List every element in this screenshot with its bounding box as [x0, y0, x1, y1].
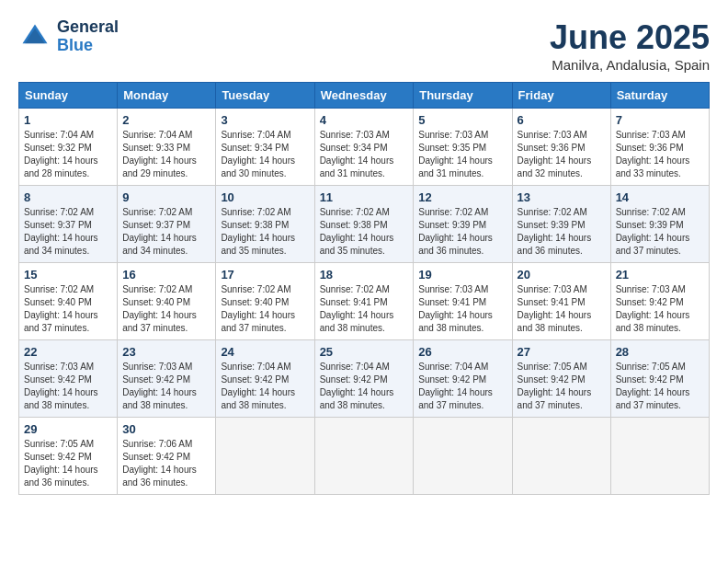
day-info: Sunrise: 7:03 AM Sunset: 9:36 PM Dayligh…: [616, 129, 704, 180]
logo-icon: [18, 20, 51, 53]
day-info: Sunrise: 7:02 AM Sunset: 9:37 PM Dayligh…: [122, 206, 210, 258]
calendar-table: SundayMondayTuesdayWednesdayThursdayFrid…: [18, 82, 710, 495]
day-number: 23: [122, 345, 210, 359]
calendar-cell: 1 Sunrise: 7:04 AM Sunset: 9:32 PM Dayli…: [19, 109, 118, 186]
calendar-week-3: 15 Sunrise: 7:02 AM Sunset: 9:40 PM Dayl…: [19, 263, 710, 340]
calendar-cell: 21 Sunrise: 7:03 AM Sunset: 9:42 PM Dayl…: [610, 263, 709, 340]
day-number: 26: [418, 345, 506, 359]
logo-text: General Blue: [57, 18, 119, 55]
day-info: Sunrise: 7:03 AM Sunset: 9:36 PM Dayligh…: [518, 129, 606, 180]
calendar-cell: 11 Sunrise: 7:02 AM Sunset: 9:38 PM Dayl…: [314, 186, 414, 263]
day-number: 19: [418, 268, 506, 282]
day-number: 27: [518, 345, 606, 359]
day-number: 11: [320, 190, 409, 204]
calendar-week-5: 29 Sunrise: 7:05 AM Sunset: 9:42 PM Dayl…: [19, 418, 710, 495]
day-number: 1: [24, 113, 112, 127]
page-header: General Blue June 2025 Manilva, Andalusi…: [18, 18, 710, 73]
day-number: 7: [616, 113, 704, 127]
calendar-cell: [414, 418, 512, 495]
calendar-cell: 2 Sunrise: 7:04 AM Sunset: 9:33 PM Dayli…: [118, 109, 216, 186]
day-number: 9: [122, 190, 210, 204]
weekday-saturday: Saturday: [610, 83, 709, 109]
weekday-sunday: Sunday: [19, 83, 118, 109]
day-info: Sunrise: 7:02 AM Sunset: 9:38 PM Dayligh…: [320, 206, 409, 258]
weekday-wednesday: Wednesday: [314, 83, 414, 109]
calendar-cell: 25 Sunrise: 7:04 AM Sunset: 9:42 PM Dayl…: [314, 340, 414, 418]
day-info: Sunrise: 7:02 AM Sunset: 9:40 PM Dayligh…: [122, 283, 210, 335]
calendar-cell: 24 Sunrise: 7:04 AM Sunset: 9:42 PM Dayl…: [216, 340, 314, 418]
location-subtitle: Manilva, Andalusia, Spain: [550, 57, 710, 73]
calendar-cell: 14 Sunrise: 7:02 AM Sunset: 9:39 PM Dayl…: [610, 186, 709, 263]
day-number: 15: [24, 268, 112, 282]
calendar-cell: 20 Sunrise: 7:03 AM Sunset: 9:41 PM Dayl…: [512, 263, 610, 340]
day-info: Sunrise: 7:05 AM Sunset: 9:42 PM Dayligh…: [24, 438, 112, 489]
calendar-cell: 22 Sunrise: 7:03 AM Sunset: 9:42 PM Dayl…: [19, 340, 118, 418]
calendar-week-4: 22 Sunrise: 7:03 AM Sunset: 9:42 PM Dayl…: [19, 340, 710, 418]
calendar-week-2: 8 Sunrise: 7:02 AM Sunset: 9:37 PM Dayli…: [19, 186, 710, 263]
day-info: Sunrise: 7:05 AM Sunset: 9:42 PM Dayligh…: [518, 361, 606, 412]
day-number: 5: [418, 113, 506, 127]
day-info: Sunrise: 7:02 AM Sunset: 9:39 PM Dayligh…: [418, 206, 506, 258]
day-info: Sunrise: 7:02 AM Sunset: 9:39 PM Dayligh…: [616, 206, 704, 258]
day-info: Sunrise: 7:06 AM Sunset: 9:42 PM Dayligh…: [122, 438, 210, 489]
day-info: Sunrise: 7:02 AM Sunset: 9:41 PM Dayligh…: [320, 283, 409, 335]
calendar-cell: 3 Sunrise: 7:04 AM Sunset: 9:34 PM Dayli…: [216, 109, 314, 186]
calendar-cell: 16 Sunrise: 7:02 AM Sunset: 9:40 PM Dayl…: [118, 263, 216, 340]
day-info: Sunrise: 7:03 AM Sunset: 9:41 PM Dayligh…: [418, 283, 506, 335]
day-number: 4: [320, 113, 409, 127]
calendar-cell: 13 Sunrise: 7:02 AM Sunset: 9:39 PM Dayl…: [512, 186, 610, 263]
title-block: June 2025 Manilva, Andalusia, Spain: [550, 18, 710, 73]
logo: General Blue: [18, 18, 119, 55]
day-info: Sunrise: 7:04 AM Sunset: 9:33 PM Dayligh…: [122, 129, 210, 180]
calendar-cell: 18 Sunrise: 7:02 AM Sunset: 9:41 PM Dayl…: [314, 263, 414, 340]
weekday-tuesday: Tuesday: [216, 83, 314, 109]
day-number: 6: [518, 113, 606, 127]
day-number: 30: [122, 422, 210, 436]
day-info: Sunrise: 7:04 AM Sunset: 9:34 PM Dayligh…: [221, 129, 309, 180]
calendar-cell: 28 Sunrise: 7:05 AM Sunset: 9:42 PM Dayl…: [610, 340, 709, 418]
calendar-cell: 6 Sunrise: 7:03 AM Sunset: 9:36 PM Dayli…: [512, 109, 610, 186]
day-info: Sunrise: 7:03 AM Sunset: 9:42 PM Dayligh…: [616, 283, 704, 335]
day-info: Sunrise: 7:03 AM Sunset: 9:42 PM Dayligh…: [24, 361, 112, 412]
day-number: 22: [24, 345, 112, 359]
calendar-cell: [610, 418, 709, 495]
day-info: Sunrise: 7:03 AM Sunset: 9:35 PM Dayligh…: [418, 129, 506, 180]
day-info: Sunrise: 7:03 AM Sunset: 9:42 PM Dayligh…: [122, 361, 210, 412]
day-info: Sunrise: 7:03 AM Sunset: 9:41 PM Dayligh…: [518, 283, 606, 335]
calendar-cell: [216, 418, 314, 495]
calendar-cell: [314, 418, 414, 495]
calendar-cell: 10 Sunrise: 7:02 AM Sunset: 9:38 PM Dayl…: [216, 186, 314, 263]
weekday-thursday: Thursday: [414, 83, 512, 109]
calendar-cell: 26 Sunrise: 7:04 AM Sunset: 9:42 PM Dayl…: [414, 340, 512, 418]
day-number: 21: [616, 268, 704, 282]
day-number: 10: [221, 190, 309, 204]
month-title: June 2025: [550, 18, 710, 57]
calendar-cell: 9 Sunrise: 7:02 AM Sunset: 9:37 PM Dayli…: [118, 186, 216, 263]
weekday-friday: Friday: [512, 83, 610, 109]
day-number: 17: [221, 268, 309, 282]
calendar-cell: 29 Sunrise: 7:05 AM Sunset: 9:42 PM Dayl…: [19, 418, 118, 495]
day-info: Sunrise: 7:02 AM Sunset: 9:37 PM Dayligh…: [24, 206, 112, 258]
calendar-cell: 4 Sunrise: 7:03 AM Sunset: 9:34 PM Dayli…: [314, 109, 414, 186]
weekday-monday: Monday: [118, 83, 216, 109]
calendar-cell: 15 Sunrise: 7:02 AM Sunset: 9:40 PM Dayl…: [19, 263, 118, 340]
calendar-cell: 12 Sunrise: 7:02 AM Sunset: 9:39 PM Dayl…: [414, 186, 512, 263]
day-number: 25: [320, 345, 409, 359]
calendar-cell: 7 Sunrise: 7:03 AM Sunset: 9:36 PM Dayli…: [610, 109, 709, 186]
weekday-header-row: SundayMondayTuesdayWednesdayThursdayFrid…: [19, 83, 710, 109]
calendar-cell: 23 Sunrise: 7:03 AM Sunset: 9:42 PM Dayl…: [118, 340, 216, 418]
day-info: Sunrise: 7:04 AM Sunset: 9:32 PM Dayligh…: [24, 129, 112, 180]
day-info: Sunrise: 7:02 AM Sunset: 9:39 PM Dayligh…: [518, 206, 606, 258]
day-number: 3: [221, 113, 309, 127]
day-info: Sunrise: 7:05 AM Sunset: 9:42 PM Dayligh…: [616, 361, 704, 412]
calendar-week-1: 1 Sunrise: 7:04 AM Sunset: 9:32 PM Dayli…: [19, 109, 710, 186]
day-number: 18: [320, 268, 409, 282]
day-info: Sunrise: 7:04 AM Sunset: 9:42 PM Dayligh…: [418, 361, 506, 412]
day-number: 14: [616, 190, 704, 204]
day-info: Sunrise: 7:04 AM Sunset: 9:42 PM Dayligh…: [320, 361, 409, 412]
calendar-cell: 19 Sunrise: 7:03 AM Sunset: 9:41 PM Dayl…: [414, 263, 512, 340]
calendar-cell: 30 Sunrise: 7:06 AM Sunset: 9:42 PM Dayl…: [118, 418, 216, 495]
day-info: Sunrise: 7:02 AM Sunset: 9:40 PM Dayligh…: [24, 283, 112, 335]
day-info: Sunrise: 7:04 AM Sunset: 9:42 PM Dayligh…: [221, 361, 309, 412]
calendar-cell: 17 Sunrise: 7:02 AM Sunset: 9:40 PM Dayl…: [216, 263, 314, 340]
